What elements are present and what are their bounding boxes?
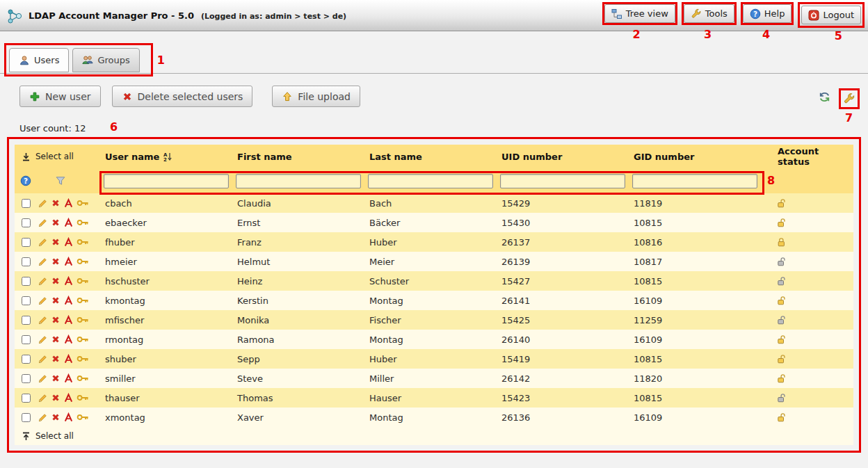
password-key-icon[interactable] [77, 412, 89, 422]
password-key-icon[interactable] [77, 373, 89, 383]
password-key-icon[interactable] [77, 296, 89, 305]
user-name-cell[interactable]: smiller [104, 373, 236, 384]
pdf-icon[interactable] [63, 237, 74, 248]
pdf-icon[interactable] [63, 315, 74, 325]
user-name-filter-input[interactable] [104, 174, 229, 188]
uid-number-filter-input[interactable] [500, 174, 625, 188]
row-checkbox[interactable] [22, 335, 31, 344]
logout-button[interactable]: Logout [801, 6, 861, 24]
unlocked-padlock-icon[interactable] [776, 218, 787, 228]
password-key-icon[interactable] [77, 393, 89, 403]
partially-locked-padlock-icon[interactable] [776, 257, 787, 267]
row-checkbox[interactable] [22, 355, 31, 364]
pdf-icon[interactable] [63, 334, 74, 345]
unlocked-padlock-icon[interactable] [776, 373, 787, 384]
user-name-cell[interactable]: hschuster [104, 276, 236, 287]
pdf-icon[interactable] [63, 257, 74, 267]
select-all-bottom-label[interactable]: Select all [35, 431, 74, 441]
delete-x-icon[interactable] [51, 354, 61, 364]
refresh-icon[interactable] [816, 88, 833, 105]
delete-x-icon[interactable] [51, 276, 61, 286]
filter-funnel-icon[interactable] [55, 175, 66, 186]
user-name-cell[interactable]: rmontag [104, 334, 236, 345]
row-checkbox[interactable] [22, 374, 31, 383]
edit-pencil-icon[interactable] [38, 315, 48, 325]
help-button[interactable]: ? Help [743, 4, 792, 23]
tools-button[interactable]: Tools [684, 4, 734, 23]
delete-x-icon[interactable] [51, 218, 61, 227]
pdf-icon[interactable] [63, 393, 74, 403]
file-upload-button[interactable]: File upload [272, 86, 360, 107]
edit-pencil-icon[interactable] [38, 373, 48, 384]
edit-pencil-icon[interactable] [38, 257, 48, 267]
edit-pencil-icon[interactable] [38, 354, 48, 364]
edit-pencil-icon[interactable] [38, 412, 48, 423]
row-checkbox[interactable] [22, 218, 31, 227]
row-checkbox[interactable] [22, 394, 31, 403]
partially-locked-padlock-icon[interactable] [776, 276, 787, 287]
user-name-cell[interactable]: ebaecker [104, 218, 236, 228]
pdf-icon[interactable] [63, 198, 74, 209]
new-user-button[interactable]: New user [19, 86, 101, 107]
user-name-cell[interactable]: fhuber [104, 237, 236, 248]
row-checkbox[interactable] [22, 199, 31, 208]
user-name-cell[interactable]: shuber [104, 354, 236, 364]
password-key-icon[interactable] [77, 276, 89, 286]
gid-number-filter-input[interactable] [632, 174, 757, 188]
unlocked-padlock-icon[interactable] [776, 354, 787, 364]
filter-help-icon[interactable]: ? [20, 175, 31, 186]
edit-pencil-icon[interactable] [38, 334, 48, 345]
user-name-cell[interactable]: xmontag [104, 412, 236, 423]
tab-users[interactable]: Users [9, 48, 69, 72]
delete-x-icon[interactable] [51, 373, 61, 383]
delete-x-icon[interactable] [51, 393, 61, 403]
edit-pencil-icon[interactable] [38, 198, 48, 209]
password-key-icon[interactable] [77, 218, 89, 227]
pdf-icon[interactable] [63, 276, 74, 287]
delete-x-icon[interactable] [51, 237, 61, 247]
table-settings-wrench-icon[interactable] [841, 90, 858, 107]
edit-pencil-icon[interactable] [38, 237, 48, 248]
select-all-top-label[interactable]: Select all [35, 152, 74, 161]
row-checkbox[interactable] [22, 316, 31, 325]
delete-x-icon[interactable] [51, 412, 61, 422]
row-checkbox[interactable] [22, 277, 31, 286]
first-name-filter-input[interactable] [236, 174, 361, 188]
password-key-icon[interactable] [77, 354, 89, 364]
password-key-icon[interactable] [77, 334, 89, 344]
last-name-filter-input[interactable] [368, 174, 493, 188]
user-name-cell[interactable]: cbach [104, 198, 236, 209]
delete-x-icon[interactable] [51, 198, 61, 208]
edit-pencil-icon[interactable] [38, 218, 48, 228]
column-header-user-name[interactable]: User name A 2 [104, 152, 236, 162]
sort-icon[interactable]: A 2 [163, 152, 172, 162]
pdf-icon[interactable] [63, 354, 74, 364]
pdf-icon[interactable] [63, 218, 74, 228]
delete-x-icon[interactable] [51, 315, 61, 325]
delete-x-icon[interactable] [51, 334, 61, 344]
row-checkbox[interactable] [22, 296, 31, 305]
edit-pencil-icon[interactable] [38, 276, 48, 287]
unlocked-padlock-icon[interactable] [776, 198, 787, 209]
edit-pencil-icon[interactable] [38, 393, 48, 403]
delete-x-icon[interactable] [51, 257, 61, 266]
partially-locked-padlock-icon[interactable] [776, 315, 787, 325]
tab-groups[interactable]: Groups [72, 48, 139, 72]
select-all-up-icon[interactable] [22, 432, 31, 441]
locked-padlock-icon[interactable] [776, 237, 787, 248]
user-name-cell[interactable]: hmeier [104, 257, 236, 267]
row-checkbox[interactable] [22, 413, 31, 422]
pdf-icon[interactable] [63, 296, 74, 306]
password-key-icon[interactable] [77, 198, 89, 208]
delete-x-icon[interactable] [51, 296, 61, 305]
row-checkbox[interactable] [22, 257, 31, 266]
delete-selected-users-button[interactable]: Delete selected users [112, 86, 253, 107]
pdf-icon[interactable] [63, 412, 74, 423]
user-name-cell[interactable]: thauser [104, 393, 236, 403]
row-checkbox[interactable] [22, 238, 31, 247]
password-key-icon[interactable] [77, 257, 89, 266]
edit-pencil-icon[interactable] [38, 296, 48, 306]
user-name-cell[interactable]: mfischer [104, 315, 236, 325]
unlocked-padlock-icon[interactable] [776, 412, 787, 423]
pdf-icon[interactable] [63, 373, 74, 384]
